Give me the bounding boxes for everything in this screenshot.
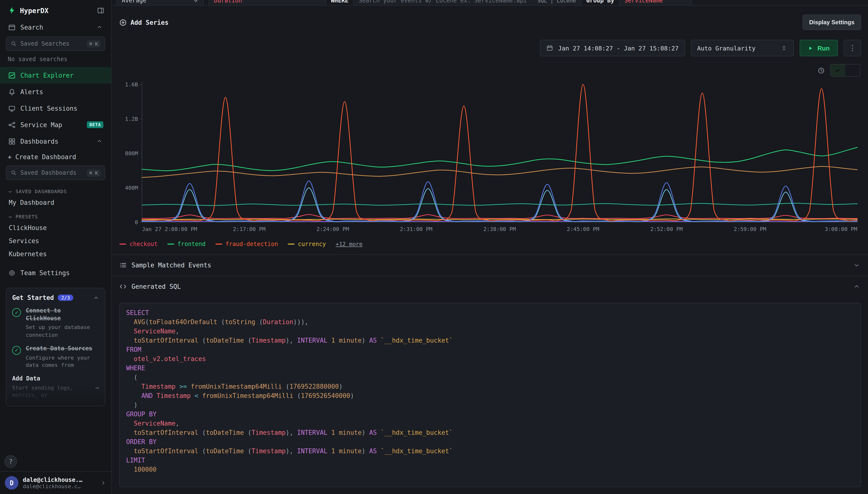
sidebar-item-label: Dashboards (20, 137, 58, 145)
legend-more-link[interactable]: +12 more (336, 241, 363, 247)
sidebar-item-kubernetes[interactable]: Kubernetes (0, 247, 111, 261)
search-placeholder: Search your events w/ Lucene ex: Service… (359, 0, 527, 4)
get-started-task[interactable]: ✓ Create Data Sources Configure where yo… (12, 345, 99, 369)
sidebar-item-label: Team Settings (20, 269, 70, 277)
chevron-down-icon (8, 214, 13, 219)
sidebar-item-services[interactable]: Services (0, 234, 111, 247)
sidebar-item-search[interactable]: Search (0, 19, 111, 35)
chevron-up-icon[interactable] (96, 137, 103, 145)
time-series-chart[interactable]: 0400M800M1.2B1.6BJan 27 2:08:00 PM2:17:0… (112, 77, 868, 236)
list-icon (119, 262, 127, 269)
brand-name: HyperDX (20, 6, 49, 14)
sidebar-item-label: Alerts (20, 88, 43, 95)
get-started-task[interactable]: Add Data Start sending logs, metrics, or… (12, 375, 99, 399)
sidebar-item-alerts[interactable]: Alerts (0, 83, 111, 100)
granularity-value: Auto Granularity (697, 44, 755, 52)
sample-matched-events-row[interactable]: Sample Matched Events (112, 254, 868, 276)
chevron-right-icon (100, 480, 106, 486)
sidebar-item-clickhouse[interactable]: ClickHouse (0, 221, 111, 234)
svg-text:800M: 800M (125, 150, 138, 156)
sidebar-item-label: Search (20, 23, 43, 31)
get-started-title: Get Started (12, 294, 54, 301)
search-icon (11, 41, 17, 46)
svg-text:1.2B: 1.2B (125, 116, 138, 122)
chevron-down-icon (853, 262, 860, 269)
chevron-up-icon[interactable] (93, 295, 99, 301)
sidebar: HyperDX Search Saved Searches ⌘ K No sav… (0, 0, 112, 494)
svg-text:2:59:00 PM: 2:59:00 PM (734, 226, 766, 232)
play-icon (808, 45, 813, 51)
bolt-icon (8, 6, 16, 15)
user-menu[interactable]: D dale@clickhouse.… dale@clickhouse.c… (0, 471, 111, 494)
saved-dashboards-placeholder: Saved Dashboards (20, 169, 76, 176)
sidebar-item-chart-explorer[interactable]: Chart Explorer (0, 67, 111, 83)
legend-item[interactable]: frontend (167, 241, 206, 247)
svg-text:2:52:00 PM: 2:52:00 PM (650, 226, 683, 232)
legend-item[interactable]: checkout (119, 241, 158, 247)
saved-searches-placeholder: Saved Searches (20, 40, 70, 47)
saved-dashboards-header[interactable]: SAVED DASHBOARDS (0, 184, 111, 196)
create-dashboard-button[interactable]: + Create Dashboard (0, 150, 111, 165)
check-circle-icon: ✓ (12, 308, 21, 317)
svg-text:2:24:00 PM: 2:24:00 PM (316, 226, 349, 232)
search-input[interactable]: Search your events w/ Lucene ex: Service… (353, 0, 581, 6)
svg-text:2:45:00 PM: 2:45:00 PM (567, 226, 599, 232)
chevron-up-icon[interactable] (96, 23, 103, 31)
more-options-button[interactable]: ⋮ (844, 40, 861, 56)
help-button[interactable]: ? (4, 455, 17, 468)
svg-text:Jan 27 2:08:00 PM: Jan 27 2:08:00 PM (142, 226, 197, 232)
run-button[interactable]: Run (799, 40, 838, 56)
line-chart-toggle-icon[interactable] (831, 64, 845, 76)
sql-code[interactable]: SELECT AVG(toFloat64OrDefault (toString … (119, 303, 861, 487)
add-series-button[interactable]: Add Series (119, 19, 169, 26)
sidebar-item-label: Service Map (20, 121, 62, 128)
legend-item[interactable]: fraud-detection (215, 241, 278, 247)
svg-text:2:17:00 PM: 2:17:00 PM (233, 226, 265, 232)
sidebar-item-service-map[interactable]: Service Map BETA (0, 116, 111, 133)
saved-searches-input[interactable]: Saved Searches ⌘ K (6, 36, 105, 51)
presets-header[interactable]: PRESETS (0, 209, 111, 221)
get-started-task[interactable]: ✓ Connect to ClickHouse Set up your data… (12, 307, 99, 339)
chart-type-toggle (830, 64, 860, 77)
generated-sql-row[interactable]: Generated SQL (112, 276, 868, 297)
chart-svg: 0400M800M1.2B1.6BJan 27 2:08:00 PM2:17:0… (119, 80, 861, 236)
bell-icon (8, 88, 16, 96)
arrow-right-icon: → (95, 384, 99, 391)
chevron-up-down-icon (780, 45, 787, 52)
date-range-picker[interactable]: Jan 27 14:08:27 - Jan 27 15:08:27 (540, 40, 685, 56)
hyperdx-logo[interactable]: HyperDX (8, 6, 49, 15)
sql-lucene-toggle[interactable]: SQL | Lucene (537, 0, 576, 4)
svg-text:1.6B: 1.6B (125, 81, 138, 88)
bar-chart-toggle-icon[interactable] (845, 64, 860, 76)
chevron-down-icon (8, 189, 13, 194)
svg-text:2:38:00 PM: 2:38:00 PM (483, 226, 516, 232)
display-settings-button[interactable]: Display Settings (802, 15, 861, 30)
sidebar-item-client-sessions[interactable]: Client Sessions (0, 100, 111, 116)
shortcut-badge: ⌘ K (87, 40, 100, 47)
date-range-value: Jan 27 14:08:27 - Jan 27 15:08:27 (558, 44, 679, 52)
granularity-select[interactable]: Auto Granularity (691, 40, 793, 56)
check-circle-icon: ✓ (12, 346, 21, 355)
sidebar-item-dashboards[interactable]: Dashboards (0, 133, 111, 150)
aggregation-select[interactable]: Average (116, 0, 204, 6)
sidebar-item-my-dashboard[interactable]: My Dashboard (0, 196, 111, 209)
main-content: Average Duration WHERE Search your event… (112, 0, 868, 494)
group-by-label: Group By (586, 0, 614, 4)
user-name: dale@clickhouse.… (23, 476, 82, 483)
svg-text:2:31:00 PM: 2:31:00 PM (400, 226, 432, 232)
where-label: WHERE (331, 0, 348, 4)
legend-item[interactable]: currency (288, 241, 326, 247)
brand-row: HyperDX (0, 0, 111, 19)
field-input[interactable]: Duration (209, 0, 326, 6)
sidebar-item-label: Client Sessions (20, 104, 77, 112)
user-email: dale@clickhouse.c… (23, 483, 82, 489)
time-format-toggle-icon[interactable] (816, 66, 825, 74)
grid-icon (8, 137, 16, 145)
sidebar-item-team-settings[interactable]: Team Settings (0, 264, 111, 281)
svg-text:0: 0 (135, 219, 138, 225)
chart-legend: checkoutfrontendfraud-detectioncurrency+… (112, 236, 868, 254)
group-by-input[interactable]: ServiceName (619, 0, 692, 6)
code-icon (119, 283, 127, 290)
collapse-sidebar-icon[interactable] (97, 7, 104, 14)
saved-dashboards-input[interactable]: Saved Dashboards ⌘ K (6, 166, 105, 180)
